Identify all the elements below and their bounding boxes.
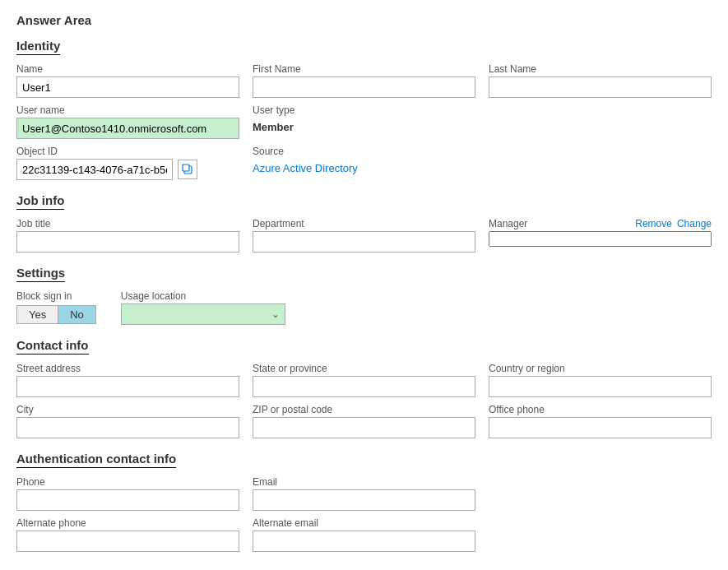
- username-field: User name: [16, 104, 239, 139]
- office-phone-label: Office phone: [489, 404, 712, 415]
- email-input[interactable]: [253, 489, 475, 511]
- manager-label: Manager: [489, 218, 527, 229]
- city-field: City: [16, 404, 239, 438]
- job-title-input[interactable]: [16, 231, 239, 253]
- manager-field: Manager Remove Change: [489, 218, 712, 253]
- user-type-field: User type Member: [253, 104, 475, 139]
- user-type-value: Member: [253, 118, 475, 137]
- alt-email-label: Alternate email: [253, 517, 475, 529]
- zip-field: ZIP or postal code: [253, 404, 475, 438]
- name-field: Name: [16, 63, 239, 98]
- alt-email-input[interactable]: [253, 531, 475, 552]
- spacer3: [489, 476, 712, 511]
- contact-row-1: Street address State or province Country…: [16, 363, 712, 397]
- yes-button[interactable]: Yes: [16, 305, 58, 324]
- spacer-field2: [489, 146, 712, 180]
- country-region-field: Country or region: [489, 363, 712, 397]
- username-input[interactable]: [16, 118, 239, 139]
- settings-section-title: Settings: [16, 266, 65, 282]
- office-phone-field: Office phone: [489, 404, 712, 438]
- username-label: User name: [16, 104, 239, 116]
- zip-label: ZIP or postal code: [253, 404, 475, 415]
- zip-input[interactable]: [253, 417, 475, 438]
- manager-actions: Remove Change: [635, 218, 712, 229]
- state-province-label: State or province: [253, 363, 475, 374]
- source-value[interactable]: Azure Active Directory: [253, 159, 475, 178]
- contact-info-section: Contact info Street address State or pro…: [16, 338, 712, 438]
- identity-row-3: Object ID Source Azure Active Directory: [16, 146, 712, 180]
- first-name-field: First Name: [253, 63, 475, 98]
- state-province-input[interactable]: [253, 376, 475, 397]
- street-address-input[interactable]: [16, 376, 239, 397]
- spacer-field: [489, 104, 712, 139]
- identity-row-1: Name First Name Last Name: [16, 63, 712, 98]
- contact-info-section-title: Contact info: [16, 338, 89, 355]
- block-sign-in-label: Block sign in: [16, 290, 96, 302]
- alt-phone-label: Alternate phone: [16, 517, 239, 529]
- job-info-section-title: Job info: [16, 193, 64, 210]
- phone-input[interactable]: [16, 489, 239, 511]
- remove-manager-button[interactable]: Remove: [635, 218, 672, 229]
- email-label: Email: [253, 476, 475, 488]
- usage-location-field: Usage location ⌄: [121, 290, 712, 325]
- object-id-input[interactable]: [16, 159, 173, 180]
- first-name-label: First Name: [253, 63, 475, 75]
- street-address-field: Street address: [16, 363, 239, 397]
- job-info-row-1: Job title Department Manager Remove Chan…: [16, 218, 712, 253]
- object-id-label: Object ID: [16, 146, 239, 157]
- phone-label: Phone: [16, 476, 239, 488]
- manager-label-row: Manager Remove Change: [489, 218, 712, 229]
- last-name-input[interactable]: [489, 76, 712, 98]
- country-region-label: Country or region: [489, 363, 712, 374]
- manager-input[interactable]: [489, 231, 712, 247]
- department-field: Department: [253, 218, 475, 253]
- job-title-label: Job title: [16, 218, 239, 229]
- phone-field: Phone: [16, 476, 239, 511]
- name-label: Name: [16, 63, 239, 75]
- auth-row-1: Phone Email: [16, 476, 712, 511]
- alt-phone-input[interactable]: [16, 531, 239, 552]
- block-sign-in-field: Block sign in Yes No: [16, 290, 96, 324]
- state-province-field: State or province: [253, 363, 475, 397]
- no-button[interactable]: No: [58, 305, 96, 324]
- last-name-label: Last Name: [489, 63, 712, 75]
- copy-icon[interactable]: [178, 160, 197, 179]
- street-address-label: Street address: [16, 363, 239, 374]
- settings-row: Block sign in Yes No Usage location ⌄: [16, 290, 712, 325]
- city-label: City: [16, 404, 239, 415]
- country-region-input[interactable]: [489, 376, 712, 397]
- svg-rect-1: [183, 165, 189, 171]
- identity-row-2: User name User type Member: [16, 104, 712, 139]
- alt-email-field: Alternate email: [253, 517, 475, 552]
- auth-contact-section-title: Authentication contact info: [16, 452, 176, 468]
- settings-section: Settings Block sign in Yes No Usage loca…: [16, 266, 712, 325]
- auth-row-2: Alternate phone Alternate email: [16, 517, 712, 552]
- identity-section-title: Identity: [16, 39, 60, 55]
- office-phone-input[interactable]: [489, 417, 712, 438]
- department-input[interactable]: [253, 231, 475, 253]
- change-manager-button[interactable]: Change: [677, 218, 712, 229]
- object-id-row: [16, 159, 239, 180]
- spacer4: [489, 517, 712, 552]
- auth-contact-section: Authentication contact info Phone Email …: [16, 452, 712, 552]
- city-input[interactable]: [16, 417, 239, 438]
- page-title: Answer Area: [16, 13, 712, 27]
- toggle-buttons: Yes No: [16, 305, 96, 324]
- usage-location-dropdown[interactable]: ⌄: [121, 304, 285, 325]
- chevron-down-icon: ⌄: [271, 308, 280, 320]
- source-field: Source Azure Active Directory: [253, 146, 475, 180]
- object-id-field: Object ID: [16, 146, 239, 180]
- identity-section: Identity Name First Name Last Name User …: [16, 39, 712, 180]
- last-name-field: Last Name: [489, 63, 712, 98]
- first-name-input[interactable]: [253, 76, 475, 98]
- job-title-field: Job title: [16, 218, 239, 253]
- user-type-label: User type: [253, 104, 475, 116]
- name-input[interactable]: [16, 76, 239, 98]
- email-field: Email: [253, 476, 475, 511]
- contact-row-2: City ZIP or postal code Office phone: [16, 404, 712, 438]
- department-label: Department: [253, 218, 475, 229]
- usage-location-label: Usage location: [121, 290, 712, 302]
- source-label: Source: [253, 146, 475, 157]
- job-info-section: Job info Job title Department Manager Re…: [16, 193, 712, 253]
- alt-phone-field: Alternate phone: [16, 517, 239, 552]
